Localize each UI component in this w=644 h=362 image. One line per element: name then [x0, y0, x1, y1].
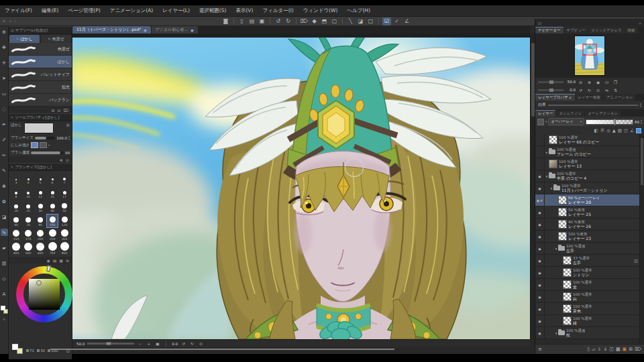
fill-tool-button[interactable]: ▰ — [1, 244, 8, 251]
layer-row-10[interactable]: ◉ 33 %通常 左手 ◫ — [535, 255, 639, 267]
layer-row-3[interactable]: ◉ ▾ 100 %通常 中景 のコピー 4 — [535, 170, 639, 182]
menu-item-3[interactable]: アニメーション(A) — [105, 7, 158, 14]
navigator-tab-0[interactable]: ナビゲーター — [535, 27, 564, 34]
layer-row-5[interactable]: ◉ ✐ 60 %オーバーレイ レイヤー 20 — [535, 194, 639, 206]
zoom-in-icon[interactable]: + — [146, 341, 152, 346]
subtool-item-3[interactable]: 指先 — [9, 81, 72, 94]
layer-thumbnail[interactable] — [558, 220, 567, 229]
brush-size-option-20[interactable]: 20 — [10, 200, 22, 214]
hand-tool-button[interactable]: ✥ — [1, 44, 8, 51]
layer-panel-tab-2[interactable]: オートアクション — [585, 110, 621, 117]
layer-row-0[interactable]: 100 %通常 レイヤー 66 のコピー — [535, 134, 639, 146]
saturation-value-square[interactable] — [29, 279, 60, 310]
layer-row-1[interactable]: ▸ 100 %通過 フレーム のコピー — [535, 146, 639, 158]
subtool-item-1[interactable]: ぼかし — [9, 56, 72, 68]
canvas-zoom-slider[interactable] — [87, 343, 134, 345]
navigator-preview-area[interactable] — [535, 34, 644, 78]
close-tab-icon[interactable]: ● — [191, 28, 193, 32]
blend-tool-button[interactable]: ∿ — [1, 229, 8, 236]
new-canvas-button[interactable]: ▯ — [237, 17, 246, 25]
layer-row-11[interactable]: ◉ 100 %通常 シトリン — [535, 267, 639, 279]
marquee-tool-button[interactable]: ▭ — [1, 90, 8, 97]
line-button[interactable]: ╲ — [346, 17, 355, 25]
opacity-value[interactable]: 60 — [635, 120, 639, 124]
blur-mode-option-2[interactable] — [40, 142, 47, 148]
layer-thumbnail[interactable] — [563, 316, 572, 325]
visibility-eye-icon[interactable]: ◉ — [538, 247, 541, 251]
brush-size-option-120[interactable]: 120 — [58, 214, 70, 228]
brush-size-option-300[interactable]: 300 — [58, 228, 70, 242]
layer-thumbnail[interactable] — [563, 268, 572, 277]
layer-thumbnail[interactable] — [558, 196, 567, 204]
brush-size-option-80[interactable]: 80 — [34, 214, 46, 228]
brush-size-option-100[interactable]: 100 — [46, 214, 58, 228]
visibility-eye-icon[interactable]: ◉ — [538, 331, 541, 335]
subtool-group-tab-0[interactable]: ✎ぼかし — [9, 35, 40, 43]
brush-size-option-400[interactable]: 400 — [10, 242, 22, 256]
quick-mask-button[interactable]: ▣ — [623, 347, 627, 352]
subtool-item-2[interactable]: パレットナイフ — [9, 68, 72, 81]
panel-options-icon[interactable]: ⊡ — [538, 21, 541, 25]
screen-color-icon[interactable]: ∿ — [2, 316, 5, 321]
subtool-item-4[interactable]: バックラン — [9, 94, 72, 107]
fit-screen-button[interactable]: ⊡ — [603, 80, 610, 84]
close-tab-icon[interactable]: ● — [144, 28, 146, 32]
brush-size-option-700[interactable]: 700 — [46, 242, 58, 256]
layer-color-button[interactable] — [636, 128, 641, 133]
layer-row-7[interactable]: ◉ 40 %乗算 レイヤー 26 — [535, 219, 639, 231]
brush-size-option-5[interactable]: 5 — [34, 172, 46, 186]
panel-scroll-arrows[interactable]: ▴▾ — [640, 103, 641, 108]
pen-tool-button[interactable]: ✐ — [1, 136, 8, 143]
lock-transparent-button[interactable]: ▨ — [618, 128, 622, 133]
pencil-tool-button[interactable]: ✏ — [1, 152, 8, 159]
layer-thumbnail[interactable] — [549, 135, 557, 144]
brush-size-stepper[interactable]: ▴▾ — [68, 135, 70, 140]
layer-thumbnail[interactable] — [563, 280, 572, 289]
brush-size-option-600[interactable]: 600 — [34, 242, 46, 256]
brush-size-option-6[interactable]: 6 — [46, 172, 58, 186]
layer-panel-tab-1[interactable]: タイムライン — [556, 110, 584, 117]
layer-menu-icon[interactable]: ≡ — [538, 347, 542, 352]
fill-button[interactable]: ◆ — [310, 17, 319, 25]
eyedropper-tool-button[interactable]: ✒ — [1, 121, 8, 128]
merge-down-button[interactable]: ⇓ — [603, 347, 607, 352]
menu-item-9[interactable]: ヘルプ(H) — [342, 7, 375, 14]
layer-row-2[interactable]: 100 %通常 レイヤー 13 — [535, 158, 639, 170]
brush-size-option-200[interactable]: 200 — [34, 228, 46, 242]
new-layer-folder-button[interactable]: ▱ — [592, 347, 595, 352]
redo-button[interactable]: ↻ — [284, 17, 292, 25]
layer-thumbnail[interactable] — [558, 232, 567, 241]
scrollbar-vertical[interactable] — [530, 34, 535, 339]
document-tab-0[interactable]: 11月（トパーズ・シトリン）.psd*● — [72, 26, 151, 34]
lasso-tool-button[interactable]: ◌ — [1, 105, 8, 113]
navigator-tab-1[interactable]: サブビュー — [564, 27, 588, 34]
effect-slider[interactable] — [548, 105, 638, 106]
correction-button[interactable]: ◪ — [356, 17, 365, 25]
reference-layer-button[interactable]: ◎ — [606, 128, 610, 133]
document-tab-1[interactable]: デジタル初心者…● — [152, 26, 198, 34]
visibility-eye-icon[interactable]: ◉ — [538, 259, 541, 263]
flip-horizontal-button[interactable]: ⇋ — [603, 88, 610, 93]
brush-size-option-60[interactable]: 60 — [10, 214, 22, 228]
menu-item-5[interactable]: 選択範囲(S) — [195, 7, 231, 14]
view-grid-button[interactable]: ▦ — [59, 258, 63, 263]
collapse-right-icon[interactable]: » — [639, 21, 641, 25]
select-button[interactable]: □ — [366, 17, 375, 25]
layer-panel-tab-0[interactable]: レイヤー — [535, 110, 555, 117]
menu-item-0[interactable]: ファイル(F) — [0, 7, 37, 14]
delete-button[interactable]: ⌦ — [300, 17, 309, 25]
rotate-left-icon[interactable]: ↺ — [180, 341, 186, 346]
chevron-down-icon[interactable]: ▾ — [545, 120, 547, 123]
canvas-artwork[interactable] — [72, 38, 530, 339]
clip-to-layer-button[interactable]: ◧ — [594, 128, 598, 133]
layer-property-tab-1[interactable]: レイヤー検索 — [576, 94, 603, 101]
brush-size-option-25[interactable]: 25 — [22, 200, 34, 214]
brush-size-option-170[interactable]: 170 — [22, 228, 34, 242]
navigator-tab-3[interactable]: 情報 — [625, 27, 638, 34]
foreground-color-swatch[interactable] — [1, 306, 5, 310]
snap-angle-button[interactable]: ∠ — [402, 17, 411, 25]
clip-studio-button[interactable]: ◙ — [221, 17, 230, 25]
layer-list-scrollbar[interactable] — [639, 134, 644, 345]
layer-row-15[interactable]: ◉ 100 %通常 緑 — [535, 315, 639, 327]
visibility-eye-icon[interactable]: ◉ — [538, 174, 541, 178]
